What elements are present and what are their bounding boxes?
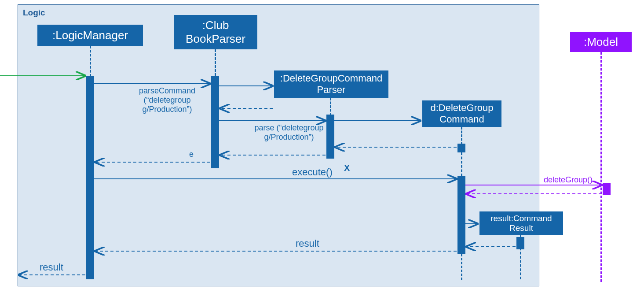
activation-dgc-1: [457, 144, 465, 152]
participant-delete-group-command-parser: :DeleteGroupCommand Parser: [274, 70, 388, 98]
participant-logic-manager: :LogicManager: [37, 25, 143, 46]
participant-club-book-parser: :Club BookParser: [174, 15, 257, 49]
activation-model: [603, 183, 611, 195]
lifeline-dgc-top: [461, 127, 462, 144]
lifeline-logic-manager-top: [90, 46, 91, 77]
logic-frame-label: Logic: [23, 8, 45, 18]
activation-club-book-parser: [211, 76, 219, 168]
lifeline-dgc-mid: [461, 152, 462, 176]
activation-cr: [516, 237, 524, 249]
participant-model: :Model: [570, 32, 632, 52]
activation-dgc-2: [457, 176, 465, 254]
msg-e: e: [189, 150, 194, 159]
lifeline-dgcp-top: [330, 98, 331, 115]
participant-command-result: result:Command Result: [479, 211, 563, 235]
destruction-x: X: [344, 163, 350, 173]
activation-logic-manager: [86, 76, 94, 279]
msg-parse-command: parseCommand (“deletegroup g/Production”…: [130, 86, 205, 114]
participant-delete-group-command: d:DeleteGroup Command: [422, 100, 501, 127]
msg-delete-group: deleteGroup(): [544, 175, 593, 185]
msg-result-return: result: [296, 238, 319, 249]
lifeline-dgc-bottom: [461, 254, 462, 280]
msg-parse: parse (“deletegroup g/Production”): [247, 123, 331, 142]
lifeline-club-book-parser-top: [215, 49, 216, 76]
lifeline-model: [600, 52, 602, 282]
msg-execute: execute(): [292, 167, 333, 178]
msg-final-result: result: [40, 262, 63, 273]
